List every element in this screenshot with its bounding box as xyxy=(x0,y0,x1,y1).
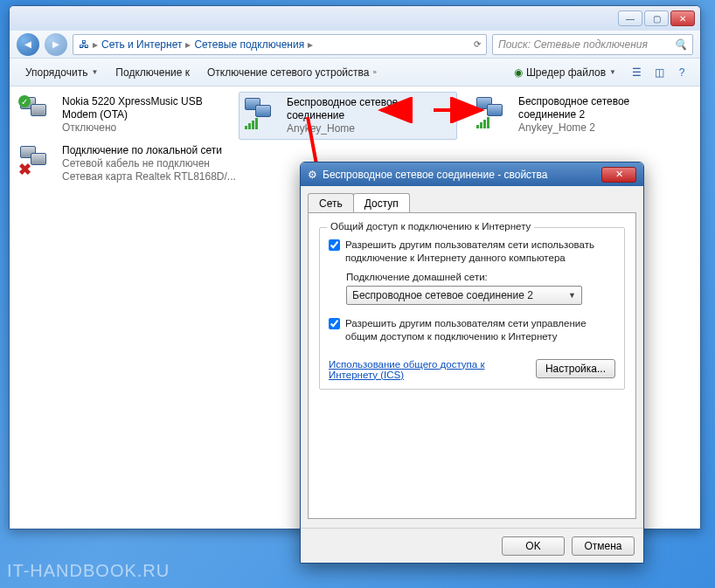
lan-icon: ✖ xyxy=(18,144,55,179)
disable-device-menu[interactable]: Отключение сетевого устройства» xyxy=(200,63,384,82)
maximize-button[interactable]: ▢ xyxy=(644,10,669,26)
ok-button[interactable]: OK xyxy=(502,536,565,556)
home-connection-select[interactable]: Беспроводное сетевое соединение 2 ▼ xyxy=(346,286,582,305)
dialog-close-button[interactable]: ✕ xyxy=(601,167,636,183)
ics-group: Общий доступ к подключению к Интернету Р… xyxy=(319,227,625,390)
home-connection-label: Подключение домашней сети: xyxy=(346,272,615,282)
breadcrumb-l2[interactable]: Сетевые подключения xyxy=(194,38,304,51)
allow-control-label: Разрешить другим пользователям сети упра… xyxy=(345,317,615,343)
breadcrumb-l1[interactable]: Сеть и Интернет xyxy=(101,38,182,51)
dialog-titlebar: ⚙ Беспроводное сетевое соединение - свой… xyxy=(301,163,643,186)
address-bar[interactable]: 🖧 ▸ Сеть и Интернет ▸ Сетевые подключени… xyxy=(73,34,487,55)
connection-nokia-modem[interactable]: ✓ Nokia 5220 XpressMusic USB Modem (OTA)… xyxy=(15,92,233,138)
shredder-menu[interactable]: ◉Шредер файлов▼ xyxy=(507,63,623,82)
connection-lan[interactable]: ✖ Подключение по локальной сети Сетевой … xyxy=(15,141,260,187)
tabs: Сеть Доступ xyxy=(308,193,636,212)
modem-icon: ✓ xyxy=(18,95,55,130)
forward-button[interactable]: ► xyxy=(45,33,67,56)
allow-control-checkbox[interactable] xyxy=(329,318,340,329)
search-placeholder: Поиск: Сетевые подключения xyxy=(498,38,648,51)
connection-wireless-2[interactable]: Беспроводное сетевое соединение 2 Anykey… xyxy=(471,92,690,138)
tab-network[interactable]: Сеть xyxy=(308,193,354,212)
search-icon: 🔍 xyxy=(674,38,687,51)
view-icon[interactable]: ☰ xyxy=(627,63,646,82)
cancel-button[interactable]: Отмена xyxy=(572,536,635,556)
back-button[interactable]: ◄ xyxy=(17,33,39,56)
help-icon[interactable]: ? xyxy=(672,63,691,82)
watermark: IT-HANDBOOK.RU xyxy=(7,561,170,581)
refresh-icon[interactable]: ⟳ xyxy=(474,39,481,49)
organize-menu[interactable]: Упорядочить▼ xyxy=(18,63,105,82)
properties-dialog: ⚙ Беспроводное сетевое соединение - свой… xyxy=(300,162,644,564)
shield-icon: ⚙ xyxy=(308,169,317,181)
connect-to-menu[interactable]: Подключение к xyxy=(108,63,197,82)
wifi-icon xyxy=(243,96,280,131)
connection-wireless-1[interactable]: Беспроводное сетевое соединение Anykey_H… xyxy=(239,92,457,140)
nav-row: ◄ ► 🖧 ▸ Сеть и Интернет ▸ Сетевые подклю… xyxy=(10,31,700,59)
minimize-button[interactable]: — xyxy=(618,10,642,26)
tab-panel: Общий доступ к подключению к Интернету Р… xyxy=(308,212,636,519)
dialog-title: Беспроводное сетевое соединение - свойст… xyxy=(323,169,548,181)
allow-share-checkbox[interactable] xyxy=(329,239,340,251)
titlebar: — ▢ ✕ xyxy=(10,6,700,31)
dialog-footer: OK Отмена xyxy=(301,528,643,563)
group-legend: Общий доступ к подключению к Интернету xyxy=(327,221,534,232)
allow-share-label: Разрешить другим пользователям сети испо… xyxy=(345,239,615,265)
search-box[interactable]: Поиск: Сетевые подключения 🔍 xyxy=(492,34,693,55)
preview-pane-icon[interactable]: ◫ xyxy=(649,63,669,82)
wifi-icon xyxy=(475,95,511,130)
settings-button[interactable]: Настройка... xyxy=(536,359,615,378)
tab-sharing[interactable]: Доступ xyxy=(353,193,410,212)
ics-help-link[interactable]: Использование общего доступа к Интернету… xyxy=(329,359,503,380)
close-button[interactable]: ✕ xyxy=(670,10,695,26)
network-icon: 🖧 xyxy=(79,38,89,51)
chevron-down-icon: ▼ xyxy=(568,291,576,300)
toolbar: Упорядочить▼ Подключение к Отключение се… xyxy=(10,59,700,86)
